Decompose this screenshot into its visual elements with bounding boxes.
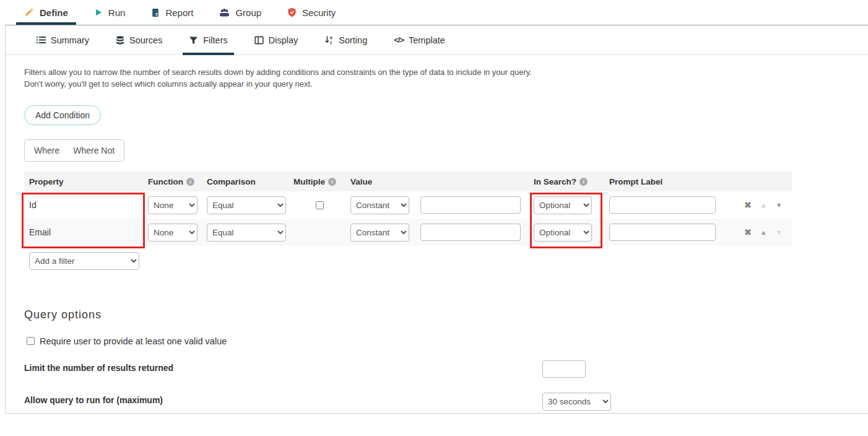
function-select[interactable]: None — [148, 224, 197, 242]
query-timeout-select[interactable]: 30 seconds — [542, 393, 611, 411]
list-icon — [37, 36, 46, 44]
value-type-select[interactable]: Constant — [350, 224, 409, 242]
comparison-select[interactable]: Equal — [207, 224, 286, 242]
filter-row-id: Id None Equal Constant Optional — [24, 191, 792, 219]
define-panel: Summary Sources Filters Display az Sorti… — [5, 25, 868, 414]
tab-security[interactable]: Security — [279, 0, 344, 25]
header-function: Function — [148, 177, 183, 186]
header-in-search: In Search? — [534, 177, 576, 186]
where-toggle-group: Where Where Not — [24, 139, 124, 162]
top-tab-bar: Define Run Report Group Security — [0, 0, 868, 25]
sort-icon: az — [324, 35, 334, 45]
property-cell: Id — [24, 200, 148, 210]
filter-table: Property Functioni Comparison Multiplei … — [24, 172, 792, 246]
svg-text:z: z — [330, 40, 332, 45]
info-icon[interactable]: i — [579, 178, 588, 186]
report-icon — [151, 8, 160, 17]
prompt-label-input[interactable] — [609, 224, 716, 241]
svg-text:a: a — [330, 35, 332, 40]
tab-label: Summary — [51, 35, 89, 45]
pencil-icon — [24, 7, 34, 17]
value-input[interactable] — [420, 196, 521, 214]
where-not-button[interactable]: Where Not — [73, 146, 115, 155]
header-multiple: Multiple — [293, 177, 325, 186]
filters-description: Filters allow you to narrow the number o… — [24, 66, 868, 90]
tab-display[interactable]: Display — [248, 25, 305, 54]
tab-label: Filters — [203, 35, 227, 45]
header-prompt-label: Prompt Label — [609, 177, 662, 186]
tab-label: Define — [40, 7, 68, 18]
query-timeout-label: Allow query to run for (maximum) — [24, 395, 163, 405]
move-up-icon[interactable]: ▲ — [760, 201, 767, 209]
sub-tab-bar: Summary Sources Filters Display az Sorti… — [6, 25, 868, 55]
query-options-title: Query options — [24, 308, 868, 321]
add-condition-button[interactable]: Add Condition — [24, 105, 101, 125]
tab-define[interactable]: Define — [16, 0, 76, 25]
tab-run[interactable]: Run — [86, 0, 134, 25]
tab-label: Group — [235, 7, 261, 18]
filter-row-email: Email None Equal Constant Optional — [24, 219, 792, 246]
limit-results-label: Limit the number of results returned — [24, 363, 173, 373]
tab-label: Report — [165, 7, 193, 18]
tab-filters[interactable]: Filters — [183, 25, 233, 54]
database-icon — [116, 36, 124, 45]
info-icon[interactable]: i — [186, 178, 194, 186]
description-line-2: Don't worry, you'll get to select which … — [24, 78, 868, 90]
tab-template[interactable]: </> Template — [388, 25, 451, 54]
funnel-icon — [189, 36, 198, 45]
info-icon[interactable]: i — [328, 178, 336, 186]
filter-table-header: Property Functioni Comparison Multiplei … — [24, 172, 792, 191]
in-search-select[interactable]: Optional — [534, 196, 592, 214]
tab-label: Security — [302, 7, 336, 18]
function-select[interactable]: None — [148, 196, 197, 214]
comparison-select[interactable]: Equal — [207, 196, 286, 214]
tab-label: Run — [108, 7, 126, 18]
header-property: Property — [29, 177, 64, 186]
require-valid-value-label: Require user to provide at least one val… — [40, 336, 227, 346]
query-options-section: Query options Require user to provide at… — [24, 308, 868, 411]
move-up-icon[interactable]: ▲ — [760, 229, 767, 236]
code-icon: </> — [394, 35, 404, 45]
description-line-1: Filters allow you to narrow the number o… — [24, 66, 868, 78]
header-comparison: Comparison — [207, 177, 256, 186]
value-input[interactable] — [420, 224, 521, 241]
in-search-select[interactable]: Optional — [534, 224, 592, 242]
move-down-icon[interactable]: ▼ — [776, 229, 783, 236]
tab-label: Display — [269, 35, 298, 45]
tab-label: Sorting — [339, 35, 367, 45]
prompt-label-input[interactable] — [609, 196, 716, 214]
where-button[interactable]: Where — [34, 146, 59, 155]
limit-results-input[interactable] — [542, 360, 586, 378]
delete-filter-icon[interactable]: ✖ — [744, 200, 752, 210]
tab-sources[interactable]: Sources — [110, 25, 168, 54]
move-down-icon[interactable]: ▼ — [776, 201, 783, 209]
property-cell: Email — [24, 227, 148, 237]
play-icon — [94, 8, 103, 17]
header-value: Value — [350, 177, 372, 186]
group-icon — [219, 8, 230, 17]
value-type-select[interactable]: Constant — [350, 196, 409, 214]
require-valid-value-checkbox[interactable] — [27, 337, 35, 345]
multiple-checkbox[interactable] — [316, 201, 324, 209]
delete-filter-icon[interactable]: ✖ — [744, 227, 752, 237]
tab-sorting[interactable]: az Sorting — [318, 25, 373, 54]
tab-label: Sources — [129, 35, 162, 45]
shield-icon — [287, 7, 297, 17]
tab-group[interactable]: Group — [211, 0, 269, 25]
tab-summary[interactable]: Summary — [30, 25, 95, 54]
tab-label: Template — [409, 35, 445, 45]
columns-icon — [254, 36, 264, 45]
add-filter-select[interactable]: Add a filter — [29, 252, 139, 270]
tab-report[interactable]: Report — [143, 0, 201, 25]
